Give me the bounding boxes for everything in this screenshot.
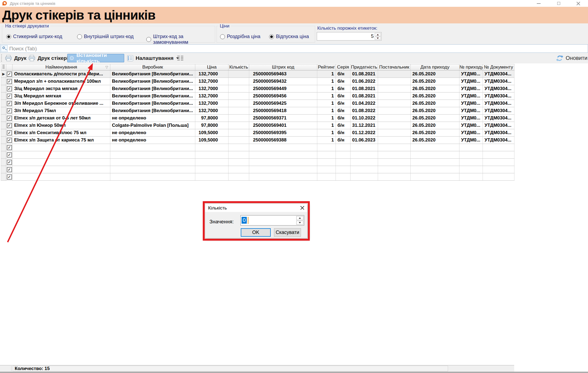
cell-manufacturer[interactable]: Великобритания [Великобритани...	[110, 93, 195, 100]
radio-sticker-barcode[interactable]: Стикерний штрих-код	[6, 34, 62, 39]
row-checkbox[interactable]: ✓	[7, 145, 12, 150]
table-row[interactable]: ▶✓Ополаскиватель д/полости рта Мери...Ве…	[1, 70, 514, 78]
row-checkbox[interactable]: ✓	[7, 130, 12, 135]
cell-receipt_no[interactable]	[459, 166, 483, 173]
cell-qty[interactable]	[229, 78, 249, 85]
row-checkbox[interactable]: ✓	[7, 152, 12, 158]
column-header[interactable]: Штрих код	[249, 64, 317, 70]
cell-name[interactable]: Меридол з/п + ополаскиватель 100мл	[13, 78, 110, 85]
cell-qty[interactable]	[229, 107, 249, 115]
cell-receipt_no[interactable]: УТДМ0...	[459, 107, 483, 115]
cell-expiry[interactable]: 01.08.2021	[351, 70, 378, 78]
cell-barcode[interactable]: 2500000569401	[249, 122, 317, 129]
cell-qty[interactable]	[229, 85, 249, 93]
row-checkbox[interactable]: ✓	[7, 72, 12, 77]
row-checkbox[interactable]: ✓	[7, 174, 12, 180]
cell-barcode[interactable]	[249, 151, 317, 159]
cell-price[interactable]: 109,5000	[195, 137, 229, 144]
cell-seria[interactable]: б/н	[336, 107, 351, 115]
cell-barcode[interactable]	[249, 159, 317, 166]
cell-rating[interactable]: 1	[317, 85, 336, 93]
cell-seria[interactable]: б/н	[336, 100, 351, 107]
cell-name[interactable]: З/щ Меридол мягкая	[13, 93, 110, 100]
cell-doc_no[interactable]: УТДМ0304...	[483, 137, 514, 144]
cell-price[interactable]	[195, 166, 229, 173]
column-header[interactable]: № приходу	[459, 64, 483, 70]
cell-seria[interactable]: б/н	[336, 115, 351, 122]
row-checkbox[interactable]: ✓	[7, 116, 12, 121]
row-checkbox[interactable]: ✓	[7, 138, 12, 143]
cancel-button[interactable]: Скасувати	[274, 228, 301, 237]
cell-rating[interactable]: 1	[317, 70, 336, 78]
cell-barcode[interactable]: 2500000569388	[249, 137, 317, 144]
cell-receipt_no[interactable]: УТДМ0...	[459, 137, 483, 144]
cell-name[interactable]: З/щ Меридол экстра мягкая	[13, 85, 110, 93]
cell-name[interactable]	[13, 173, 110, 181]
cell-barcode[interactable]: 2500000569395	[249, 129, 317, 137]
column-header[interactable]: Виробник	[110, 64, 195, 70]
cell-manufacturer[interactable]: Великобритания [Великобритани...	[110, 85, 195, 93]
table-row[interactable]: ✓	[1, 144, 514, 151]
cell-supplier[interactable]	[378, 144, 411, 151]
spin-down-button[interactable]	[375, 36, 381, 40]
cell-supplier[interactable]	[378, 151, 411, 159]
cell-name[interactable]: З/п Меридол Бережное отбеливание ...	[13, 100, 110, 107]
dialog-spin-down-button[interactable]	[296, 221, 303, 225]
cell-expiry[interactable]: 31.12.2021	[351, 122, 378, 129]
cell-doc_no[interactable]: УТДМ0304...	[483, 93, 514, 100]
cell-receipt_no[interactable]: УТДМ0...	[459, 78, 483, 85]
table-row[interactable]: ✓З/щ Меридол экстра мягкаяВеликобритания…	[1, 85, 514, 93]
cell-name[interactable]	[13, 151, 110, 159]
table-row[interactable]: ✓Elmex з/п Сенситив плюс 75 млне определ…	[1, 129, 514, 137]
cell-price[interactable]	[195, 144, 229, 151]
cell-arrival[interactable]: 26.05.2020	[411, 107, 459, 115]
cell-supplier[interactable]	[378, 166, 411, 173]
cell-qty[interactable]	[229, 144, 249, 151]
cell-doc_no[interactable]	[483, 159, 514, 166]
cell-seria[interactable]: б/н	[336, 70, 351, 78]
table-row[interactable]: ✓Elmex з/п Юниор 50млColgate-Palmolive P…	[1, 122, 514, 129]
cell-doc_no[interactable]: УТДМ0304...	[483, 70, 514, 78]
cell-expiry[interactable]: 01.10.2022	[351, 115, 378, 122]
cell-seria[interactable]	[336, 144, 351, 151]
cell-rating[interactable]: 1	[317, 115, 336, 122]
cell-price[interactable]: 132,7000	[195, 100, 229, 107]
cell-manufacturer[interactable]: Великобритания [Великобритани...	[110, 78, 195, 85]
cell-arrival[interactable]: 26.05.2020	[411, 137, 459, 144]
cell-seria[interactable]	[336, 173, 351, 181]
cell-price[interactable]	[195, 151, 229, 159]
cell-qty[interactable]	[229, 137, 249, 144]
column-header[interactable]: Постачальник	[378, 64, 411, 70]
cell-price[interactable]: 132,7000	[195, 78, 229, 85]
column-header[interactable]: Найменування▽	[13, 64, 110, 70]
cell-doc_no[interactable]: УТДМ0304...	[483, 100, 514, 107]
cell-price[interactable]: 97,8000	[195, 115, 229, 122]
cell-name[interactable]: Elmex з/п Юниор 50мл	[13, 122, 110, 129]
column-header[interactable]: Дата приходу	[411, 64, 459, 70]
cell-rating[interactable]	[317, 159, 336, 166]
cell-name[interactable]: Elmex з/п Сенситив плюс 75 мл	[13, 129, 110, 137]
cell-name[interactable]: Elmex з/п детская от 0-6 лет 50мл	[13, 115, 110, 122]
table-row[interactable]: ✓	[1, 173, 514, 181]
cell-arrival[interactable]: 26.05.2020	[411, 93, 459, 100]
cell-receipt_no[interactable]	[459, 173, 483, 181]
cell-supplier[interactable]	[378, 137, 411, 144]
cell-rating[interactable]: 1	[317, 137, 336, 144]
cell-rating[interactable]: 1	[317, 129, 336, 137]
radio-retail-price[interactable]: Роздрібна ціна	[220, 34, 260, 39]
cell-supplier[interactable]	[378, 122, 411, 129]
cell-price[interactable]: 97,8000	[195, 122, 229, 129]
filter-icon[interactable]: ▽	[105, 65, 108, 69]
column-header[interactable]: Кількість	[229, 64, 249, 70]
cell-expiry[interactable]: 01.08.2021	[351, 85, 378, 93]
cell-barcode[interactable]: 2500000569418	[249, 107, 317, 115]
dialog-spin-up-button[interactable]	[296, 216, 303, 220]
cell-manufacturer[interactable]	[110, 151, 195, 159]
cell-receipt_no[interactable]	[459, 144, 483, 151]
cell-arrival[interactable]: 26.05.2020	[411, 78, 459, 85]
cell-rating[interactable]: 1	[317, 93, 336, 100]
cell-qty[interactable]	[229, 129, 249, 137]
column-header[interactable]: Придатність	[351, 64, 378, 70]
close-button[interactable]	[572, 0, 584, 7]
radio-internal-barcode[interactable]: Внутрішній штрих-код	[77, 34, 134, 39]
